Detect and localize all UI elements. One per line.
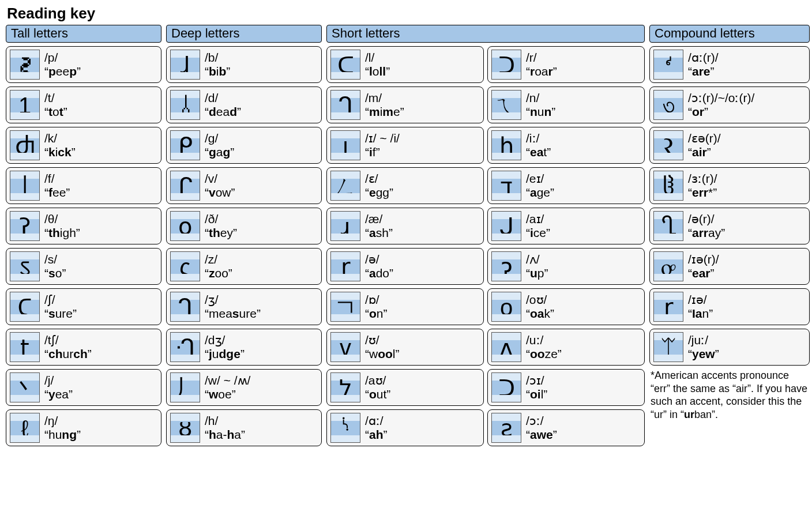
tall-cell-5-example: so bbox=[44, 266, 66, 280]
short-cell-2-left-glyph: ı bbox=[331, 131, 360, 160]
tall-cell-1-glyph-box: 1 bbox=[10, 90, 40, 120]
short-cell-9-left-glyph-box: ᔋ bbox=[330, 413, 360, 443]
compound-cell-4-ipa: /ə(r)/ bbox=[688, 212, 725, 226]
compound-cell-6-example: Ian bbox=[688, 307, 713, 321]
compound-cell-4: Ⴂ/ə(r)/array bbox=[649, 208, 810, 244]
short-cell-3-left-ipa: /ɛ/ bbox=[365, 172, 393, 186]
short-cell-6-right-glyph: o bbox=[492, 293, 521, 322]
compound-cell-0-ipa: /ɑː(r)/ bbox=[688, 51, 719, 65]
deep-cell-1-glyph: ᛸ bbox=[171, 91, 200, 120]
compound-cell-2-glyph: Ꝛ bbox=[654, 131, 683, 160]
short-cell-6-right-ipa: /oʊ/ bbox=[526, 293, 554, 307]
short-cell-1-right-example: nun bbox=[526, 105, 555, 119]
tall-cell-3-ipa: /f/ bbox=[44, 172, 70, 186]
deep-cell-4: ϙ/ð/they bbox=[166, 208, 322, 244]
short-cell-5-right-glyph: ɂ bbox=[492, 253, 521, 281]
deep-cell-9: ȣ/h/ha-ha bbox=[166, 409, 322, 446]
deep-cell-6-glyph: ᒉ bbox=[171, 293, 200, 322]
tall-cell-1: 1/t/tot bbox=[6, 86, 161, 123]
short-cell-4-left: ɹ/æ/ash bbox=[326, 208, 484, 244]
short-row-9: ᔋ/ɑː/ahƨ/ɔː/awe bbox=[326, 409, 645, 446]
deep-cell-1-ipa: /d/ bbox=[205, 91, 241, 105]
compound-cell-7-example: yew bbox=[688, 347, 719, 361]
compound-cell-2-example: air bbox=[688, 145, 721, 159]
tall-cell-8-glyph: 丶 bbox=[10, 374, 39, 402]
short-cell-4-right: ᒍ/aɪ/ice bbox=[487, 208, 645, 244]
short-cell-0-right-glyph: ᑐ bbox=[492, 51, 521, 80]
deep-cell-2-ipa: /g/ bbox=[205, 131, 234, 145]
tall-cell-8-glyph-box: 丶 bbox=[10, 372, 40, 402]
compound-cell-3-ipa: /ɜː(r)/ bbox=[688, 172, 717, 186]
tall-cell-1-ipa: /t/ bbox=[44, 91, 67, 105]
compound-cell-4-glyph-box: Ⴂ bbox=[653, 211, 683, 241]
deep-cell-4-glyph-box: ϙ bbox=[170, 211, 200, 241]
short-cell-7-left-glyph-box: v bbox=[330, 332, 360, 362]
deep-cell-1-example: dead bbox=[205, 105, 241, 119]
short-row-8: ל/aʊ/outᑐ/ɔɪ/oil bbox=[326, 369, 645, 406]
deep-cell-6: ᒉ/ʒ/measure bbox=[166, 288, 322, 325]
deep-cell-6-ipa: /ʒ/ bbox=[205, 293, 261, 307]
short-cell-8-left-ipa: /aʊ/ bbox=[365, 374, 390, 387]
deep-cell-7-glyph-box: ᒒ bbox=[170, 332, 200, 362]
short-cell-0-left-glyph-box: ᑕ bbox=[330, 50, 360, 80]
deep-cell-5-example: zoo bbox=[205, 266, 232, 280]
short-cell-1-left: ᒉ/m/mime bbox=[326, 86, 484, 123]
deep-cell-7-ipa: /dʒ/ bbox=[205, 333, 245, 347]
short-cell-3-right: ד/eɪ/age bbox=[487, 167, 645, 204]
deep-cell-6-glyph-box: ᒉ bbox=[170, 292, 200, 322]
tall-cell-6-glyph-box: Ϛ bbox=[10, 292, 40, 322]
short-cell-6-right-glyph-box: o bbox=[491, 292, 521, 322]
short-row-2: ı/ɪ/ ~ /i/ifꜧ/iː/eat bbox=[326, 127, 645, 164]
short-cell-9-right-example: awe bbox=[526, 428, 557, 442]
tall-cell-8-ipa: /j/ bbox=[44, 374, 73, 387]
tall-cell-6: Ϛ/ʃ/sure bbox=[6, 288, 161, 325]
compound-cell-5: ꝍ/ɪə(r)/ear bbox=[649, 248, 810, 285]
compound-cell-3: ჱ/ɜː(r)/err* bbox=[649, 167, 810, 204]
short-cell-6-right: o/oʊ/oak bbox=[487, 288, 645, 325]
compound-cell-6-glyph-box: ɼ bbox=[653, 292, 683, 322]
deep-cell-5-ipa: /z/ bbox=[205, 253, 232, 266]
short-cell-8-right-glyph: ᑐ bbox=[492, 374, 521, 402]
deep-cell-2-example: gag bbox=[205, 145, 234, 159]
tall-cell-9-glyph-box: ℓ bbox=[10, 413, 40, 443]
short-cell-3-right-example: age bbox=[526, 186, 554, 199]
short-cell-0-right: ᑐ/r/roar bbox=[487, 46, 645, 83]
deep-cell-5-glyph-box: ς bbox=[170, 251, 200, 281]
short-cell-6-left-glyph-box: ㄱ bbox=[330, 292, 360, 322]
tall-cell-9-glyph: ℓ bbox=[10, 414, 39, 443]
tall-cell-7-glyph: ʈ bbox=[10, 333, 39, 362]
short-cell-7-right-glyph-box: ʌ bbox=[491, 332, 521, 362]
tall-cell-4-glyph-box: ʔ bbox=[10, 211, 40, 241]
short-cell-7-right: ʌ/uː/ooze bbox=[487, 329, 645, 366]
tall-cell-5: ऽ/s/so bbox=[6, 248, 161, 285]
short-cell-1-right-glyph-box: ㄟ bbox=[491, 90, 521, 120]
compound-cell-4-example: array bbox=[688, 226, 725, 240]
tall-cell-7-glyph-box: ʈ bbox=[10, 332, 40, 362]
deep-cell-9-example: ha-ha bbox=[205, 428, 245, 442]
short-cell-1-right-glyph: ㄟ bbox=[492, 91, 521, 120]
tall-cell-3-glyph: 亅 bbox=[10, 172, 39, 201]
deep-cell-0: ɺ/b/bib bbox=[166, 46, 322, 83]
short-cell-9-left-glyph: ᔋ bbox=[331, 414, 360, 443]
tall-cell-4-ipa: /θ/ bbox=[44, 212, 80, 226]
tall-cell-4-glyph: ʔ bbox=[10, 212, 39, 241]
deep-cell-5-glyph: ς bbox=[171, 253, 200, 281]
compound-cell-0-example: are bbox=[688, 65, 719, 78]
compound-cell-1-example: or bbox=[688, 105, 754, 119]
tall-cell-3: 亅/f/fee bbox=[6, 167, 161, 204]
short-cell-7-left-ipa: /ʊ/ bbox=[365, 333, 400, 347]
tall-cell-6-example: sure bbox=[44, 307, 77, 321]
tall-cell-5-ipa: /s/ bbox=[44, 253, 66, 266]
tall-cell-0-example: peep bbox=[44, 65, 81, 78]
tall-cell-2-example: kick bbox=[44, 145, 76, 159]
deep-cell-2-glyph-box: ᑭ bbox=[170, 130, 200, 160]
short-cell-4-left-example: ash bbox=[365, 226, 393, 240]
short-cell-0-right-ipa: /r/ bbox=[526, 51, 557, 65]
short-cell-3-left-glyph: ㄥ bbox=[331, 172, 360, 201]
short-cell-5-right-glyph-box: ɂ bbox=[491, 251, 521, 281]
deep-cell-3-glyph-box: ᒋ bbox=[170, 171, 200, 201]
tall-cell-3-example: fee bbox=[44, 186, 70, 199]
compound-cell-2-ipa: /ɛə(r)/ bbox=[688, 131, 721, 145]
compound-cell-6-glyph: ɼ bbox=[654, 293, 683, 322]
tall-cell-1-example: tot bbox=[44, 105, 67, 119]
